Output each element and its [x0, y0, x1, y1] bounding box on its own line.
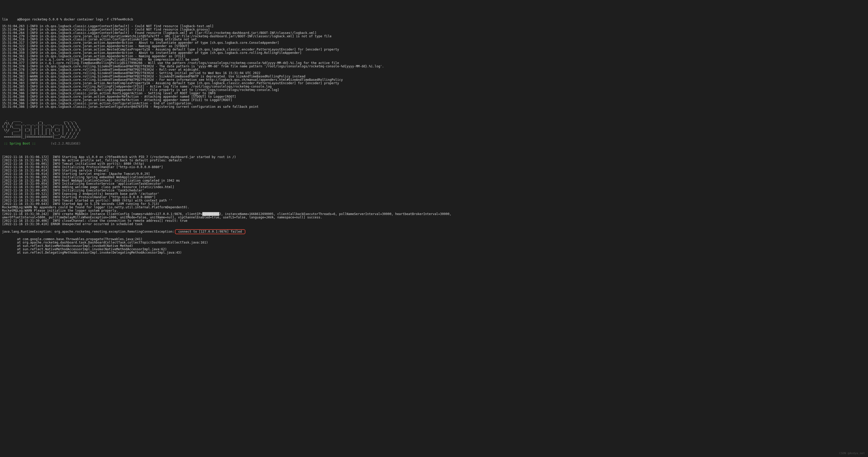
stacktrace-line: at sun.reflect.NativeMethodAccessorImpl.…	[2, 248, 866, 251]
logback-line: 15:31:04,382 |-WARN in ch.qos.logback.co…	[2, 75, 866, 78]
spring-boot-label: :: Spring Boot ::	[2, 142, 49, 145]
app-log-line: [2022-11-16 15:31:06.175] INFO No active…	[2, 159, 866, 162]
logback-line: 15:31:04,386 |-INFO in ch.qos.logback.cl…	[2, 102, 866, 105]
logback-line: 15:31:04,263 |-INFO in ch.qos.logback.cl…	[2, 25, 866, 28]
app-log-line: [2022-11-16 15:31:08.013] INFO Initializ…	[2, 165, 866, 169]
stacktrace-line: at com.google.common.base.Throwables.pro…	[2, 238, 866, 241]
blank-line	[2, 149, 866, 152]
banner-line: ( ( )\___ | '_ | '_| | '_ \/ _` | \ \ \ …	[2, 125, 866, 128]
logback-line: 15:31:04,386 |-INFO in ch.qos.logback.cl…	[2, 92, 866, 95]
stacktrace-line: at sun.reflect.DelegatingMethodAccessorI…	[2, 251, 866, 254]
spring-boot-line: :: Spring Boot :: (v2.2.2.RELEASE)	[2, 142, 866, 145]
exception-line: java.lang.RuntimeException: org.apache.r…	[2, 229, 866, 234]
prompt-line: lia a@bogon rocketmq-5.0.0 % docker cont…	[2, 18, 866, 21]
logback-line: 15:31:04,264 |-INFO in ch.qos.logback.cl…	[2, 28, 866, 31]
app-log-line: [2022-11-16 15:31:08.001] INFO Tomcat in…	[2, 162, 866, 165]
stacktrace-section: at com.google.common.base.Throwables.pro…	[2, 238, 866, 254]
logback-line: 15:31:04,264 |-INFO in ch.qos.logback.cl…	[2, 31, 866, 35]
app-log-line: RocketMQLog:WARN No appenders could be f…	[2, 206, 866, 209]
banner-line: \\/ ___)| |_)| | | | | || (_| | ) ) ) )	[2, 128, 866, 132]
spring-boot-version: (v2.2.2.RELEASE)	[49, 142, 81, 145]
logback-line: 15:31:04,382 |-WARN in ch.qos.logback.co…	[2, 78, 866, 82]
logback-line: 15:31:04,386 |-INFO in ch.qos.logback.cl…	[2, 105, 866, 109]
logback-line: 15:31:04,386 |-INFO in ch.qos.logback.co…	[2, 95, 866, 98]
banner-line: . ____ _ __ _ _	[2, 118, 866, 122]
stacktrace-line: at sun.reflect.NativeMethodAccessorImpl.…	[2, 244, 866, 248]
app-log-line: [2022-11-16 15:31:08.014] INFO Starting …	[2, 169, 866, 172]
stacktrace-line: at org.apache.rocketmq.dashboard.task.Da…	[2, 241, 866, 244]
terminal-output[interactable]: lia a@bogon rocketmq-5.0.0 % docker cont…	[2, 14, 866, 258]
error-highlight-box: connect to [127.0.0.1:9876] failed	[175, 229, 245, 234]
app-log-section: [2022-11-16 15:31:06.172] INFO Starting …	[2, 155, 866, 226]
logback-line: 15:31:04,386 |-INFO in ch.qos.logback.co…	[2, 98, 866, 102]
blank-line	[2, 112, 866, 115]
app-log-line: [2022-11-16 15:31:08.014] INFO Starting …	[2, 172, 866, 176]
banner-line: /\\ / ___'_ __ _ _(_)_ __ __ _ \ \ \ \	[2, 122, 866, 125]
banner-line: =========|_|==============|___/=/_/_/_/	[2, 135, 866, 139]
app-log-line: [2022-11-16 15:31:06.172] INFO Starting …	[2, 155, 866, 159]
app-log-line: [2022-11-16 15:31:30.410] ERROR Unexpect…	[2, 222, 866, 226]
logback-line: 15:31:04,383 |-INFO in ch.qos.logback.co…	[2, 82, 866, 85]
app-log-line: [2022-11-16 15:31:08.195] INFO Initializ…	[2, 176, 866, 179]
logback-line: 15:31:04,385 |-INFO in ch.qos.logback.co…	[2, 85, 866, 88]
app-log-line: [2022-11-16 15:31:30.406] INFO closeChan…	[2, 219, 866, 222]
banner-line: ' |____| .__|_| |_|_| |_\__, | / / / /	[2, 132, 866, 135]
app-log-line: umerOffsetInterval=5000, pullTimeDelayMi…	[2, 216, 866, 219]
exception-prefix: java.lang.RuntimeException: org.apache.r…	[2, 230, 175, 234]
logback-section: 15:31:04,263 |-INFO in ch.qos.logback.cl…	[2, 25, 866, 109]
logback-line: 15:31:04,385 |-INFO in ch.qos.logback.co…	[2, 88, 866, 92]
spring-banner: . ____ _ __ _ _ /\\ / ___'_ __ _ _(_)_ _…	[2, 118, 866, 139]
